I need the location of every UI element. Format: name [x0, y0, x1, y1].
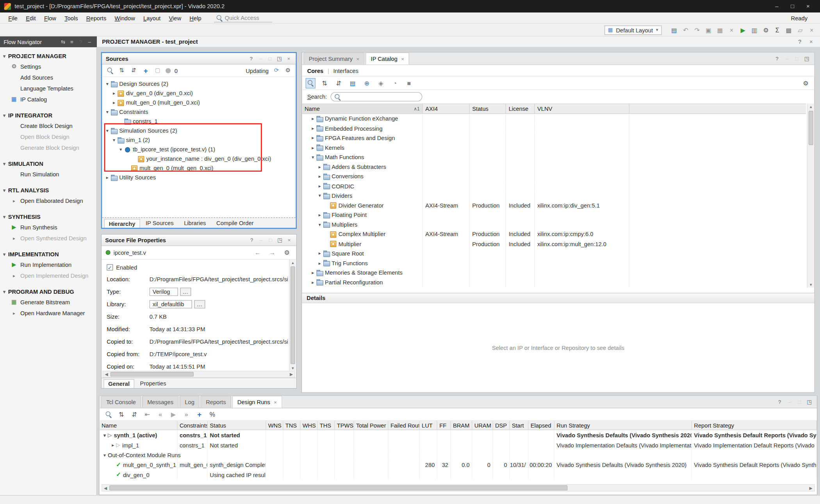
ip-catalog-row[interactable]: ▾Math Functions	[302, 153, 806, 162]
menu-item-window[interactable]: Window	[111, 13, 139, 23]
paste-icon[interactable]: ▦	[715, 25, 726, 35]
flow-section-header[interactable]: ▾PROJECT MANAGER	[0, 51, 96, 61]
tree-expand-icon[interactable]: ▸	[310, 135, 316, 140]
flow-section-header[interactable]: ▾IP INTEGRATOR	[0, 111, 96, 120]
tab-design-runs[interactable]: Design Runs×	[232, 396, 282, 408]
help-icon[interactable]: ?	[774, 55, 780, 62]
search-icon[interactable]	[106, 66, 114, 75]
tree-expand-icon[interactable]: ▸	[310, 116, 316, 121]
design-run-row[interactable]: ✓div_gen_0Using cached IP results	[100, 470, 817, 479]
ip-catalog-row[interactable]: ▾Dividers	[302, 191, 806, 201]
sidebar-item-settings[interactable]: ⚙Settings	[0, 61, 96, 72]
scroll-down-icon[interactable]: ▼	[289, 365, 296, 371]
tree-expand-icon[interactable]: ▸	[317, 164, 323, 169]
menu-icon[interactable]: ≡	[68, 38, 76, 46]
switch-icon[interactable]: ⇆	[59, 38, 67, 46]
close-icon[interactable]: ×	[808, 37, 815, 46]
float-icon[interactable]: ◳	[276, 55, 283, 62]
edit-file-icon[interactable]: ▢	[153, 66, 162, 75]
source-tree-item[interactable]: ▸mult_gen_0 (mult_gen_0.xci)	[102, 98, 296, 107]
column-header-name[interactable]: Name∧1	[302, 104, 422, 114]
close-icon[interactable]: ×	[356, 56, 359, 62]
source-tree-item[interactable]: ▾sim_1 (2)	[102, 135, 296, 145]
float-icon[interactable]: ◳	[806, 398, 813, 406]
tab-messages[interactable]: Messages	[142, 396, 179, 408]
tree-expand-icon[interactable]: ▸	[317, 212, 323, 217]
ip-catalog-row[interactable]: ▸Embedded Processing	[302, 124, 806, 133]
sidebar-item-open-synthesized-design[interactable]: ▸Open Synthesized Design	[0, 232, 96, 243]
menu-item-flow[interactable]: Flow	[40, 13, 60, 23]
flow-section-header[interactable]: ▾RTL ANALYSIS	[0, 186, 96, 195]
tree-expand-icon[interactable]: ▸	[310, 126, 316, 131]
design-run-row[interactable]: ▾▷synth_1 (active)constrs_1Not startedVi…	[100, 430, 817, 440]
float-icon[interactable]: ◳	[276, 236, 283, 244]
column-header-run-strategy[interactable]: Run Strategy	[554, 421, 692, 430]
scroll-thumb[interactable]	[111, 372, 194, 376]
source-tree-item[interactable]: ▸Utility Sources	[102, 173, 296, 182]
tab-hierarchy[interactable]: Hierarchy	[104, 219, 140, 228]
expand-all-icon[interactable]: ⇵	[334, 78, 344, 88]
source-tree-item[interactable]: ▾Design Sources (2)	[102, 79, 296, 89]
design-runs-hscroll[interactable]: ◀ ▶	[102, 484, 815, 492]
tree-collapse-icon[interactable]: ▾	[317, 193, 323, 198]
tab-tcl-console[interactable]: Tcl Console	[101, 396, 141, 408]
column-header-bram[interactable]: BRAM	[451, 421, 472, 430]
sidebar-item-open-block-design[interactable]: Open Block Design	[0, 131, 96, 142]
column-header-wns[interactable]: WNS	[266, 421, 283, 430]
ellipsis-button[interactable]: …	[194, 300, 205, 308]
gear-icon[interactable]: ⚙	[282, 247, 292, 258]
help-icon[interactable]: ?	[248, 55, 255, 62]
column-header-start[interactable]: Start	[510, 421, 528, 430]
tab-libraries[interactable]: Libraries	[179, 218, 210, 228]
tree-expand-icon[interactable]: ▸	[317, 261, 323, 266]
column-header-axi4[interactable]: AXI4	[423, 104, 470, 114]
source-tree-item[interactable]: constrs_1	[102, 117, 296, 126]
column-header-total-power[interactable]: Total Power	[354, 421, 389, 430]
delete-icon[interactable]: ×	[726, 25, 737, 35]
column-header-uram[interactable]: URAM	[472, 421, 493, 430]
tree-collapse-icon[interactable]: ▾	[102, 433, 108, 438]
column-header-constraints[interactable]: Constraints	[178, 421, 208, 430]
ip-settings-icon[interactable]: ◈	[376, 78, 386, 88]
design-run-row[interactable]: ▸▷impl_1constrs_1Not startedVivado Imple…	[100, 440, 817, 450]
sidebar-item-run-synthesis[interactable]: ▶Run Synthesis	[0, 222, 96, 232]
maximize-icon[interactable]: □	[784, 1, 800, 12]
sidebar-item-language-templates[interactable]: Language Templates	[0, 83, 96, 94]
menu-item-reports[interactable]: Reports	[82, 13, 111, 23]
redo-icon[interactable]: ↷	[692, 25, 702, 35]
sidebar-item-generate-bitstream[interactable]: ▦Generate Bitstream	[0, 296, 96, 307]
source-tree-item[interactable]: ▾tb_ipcore_test (ipcore_test.v) (1)	[102, 145, 296, 154]
help-icon[interactable]: ?	[248, 236, 255, 244]
column-header-status[interactable]: Status	[208, 421, 266, 430]
copy-icon[interactable]: ▣	[703, 25, 714, 35]
tab-interfaces[interactable]: Interfaces	[333, 67, 358, 74]
minimize-icon[interactable]: ‒	[86, 38, 93, 46]
scroll-thumb[interactable]	[809, 111, 813, 145]
column-header-name[interactable]: Name	[100, 421, 178, 430]
maximize-icon[interactable]: □	[793, 55, 800, 62]
cancel-icon[interactable]: ×	[806, 25, 817, 35]
collapse-all-icon[interactable]: ⇅	[117, 409, 126, 419]
collapse-all-icon[interactable]: ⇅	[320, 78, 330, 88]
sidebar-item-generate-block-design[interactable]: Generate Block Design	[0, 142, 96, 153]
ip-catalog-row[interactable]: Divider GeneratorAXI4-StreamProductionIn…	[302, 201, 806, 210]
tree-expand-icon[interactable]: ▸	[104, 175, 111, 180]
sidebar-item-open-elaborated-design[interactable]: ▸Open Elaborated Design	[0, 195, 96, 206]
scroll-right-icon[interactable]: ▶	[808, 486, 814, 490]
tree-collapse-icon[interactable]: ▾	[310, 154, 316, 160]
tab-ip-sources[interactable]: IP Sources	[141, 218, 178, 228]
step-forward-icon[interactable]: »	[182, 409, 191, 419]
percent-icon[interactable]: %	[208, 409, 217, 419]
menu-item-help[interactable]: Help	[185, 13, 206, 23]
tree-expand-icon[interactable]: ▸	[310, 270, 316, 275]
ip-catalog-row[interactable]: ▸Partial Reconfiguration	[302, 277, 806, 287]
menu-item-layout[interactable]: Layout	[139, 13, 164, 23]
close-icon[interactable]: ×	[401, 56, 404, 62]
menu-item-tools[interactable]: Tools	[61, 13, 82, 23]
ip-catalog-row[interactable]: ▾Multipliers	[302, 220, 806, 229]
tree-expand-icon[interactable]: ▸	[110, 442, 116, 447]
expand-all-icon[interactable]: ⇵	[130, 409, 139, 419]
design-run-row[interactable]: ✓mult_gen_0_synth_1mult_gen_0synth_desig…	[100, 460, 817, 470]
source-tree-item[interactable]: ▾Constraints	[102, 107, 296, 117]
help-icon[interactable]: ?	[77, 38, 84, 46]
